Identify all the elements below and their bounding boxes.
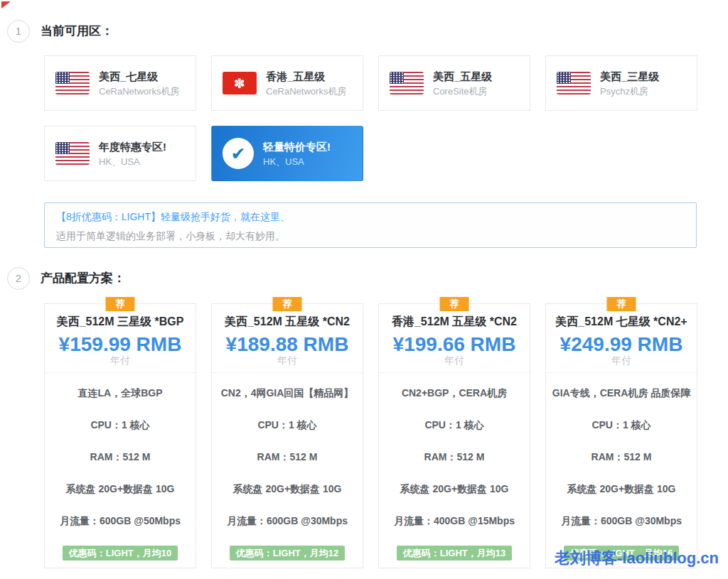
divider (546, 372, 697, 373)
region-subtitle: CeRaNetworks机房 (266, 86, 346, 97)
region-title: 轻量特价专区! (263, 141, 331, 153)
region-title: 年度特惠专区! (99, 141, 166, 153)
plan-card-us-west-3star-bgp: 荐 美西_512M 三星级 *BGP ¥159.99 RMB 年付 直连LA，全… (44, 303, 196, 568)
us-flag-icon (55, 72, 90, 94)
us-flag-icon (390, 72, 424, 94)
region-card-hk-5star[interactable]: 香港_五星级 CeRaNetworks机房 (211, 55, 363, 111)
plan-feature-list: CN2，4网GIA回国【精品网】 CPU：1 核心 RAM：512 M 系统盘 … (212, 377, 363, 537)
plan-price: ¥199.66 RMB (379, 334, 530, 355)
blog-watermark: 老刘博客-laoliublog.cn (555, 548, 719, 569)
step-number-2: 2 (7, 267, 30, 290)
plan-price: ¥249.99 RMB (546, 334, 697, 355)
plan-title: 香港_512M 五星级 *CN2 (382, 316, 527, 328)
plan-price: ¥189.88 RMB (212, 334, 363, 355)
section-title-product-plans: 产品配置方案： (41, 271, 125, 286)
plan-feature-list: CN2+BGP，CERA机房 CPU：1 核心 RAM：512 M 系统盘 20… (379, 377, 530, 537)
plan-feature: RAM：512 M (45, 441, 196, 473)
region-title: 美西_三星级 (600, 70, 659, 82)
region-info: 香港_五星级 CeRaNetworks机房 (266, 70, 346, 97)
plan-billing-cycle: 年付 (546, 355, 697, 365)
hk-flag-icon (223, 72, 257, 94)
coupon-notice-highlight: 【8折优惠码：LIGHT】轻量级抢手好货，就在这里、 (56, 210, 685, 223)
section-title-available-zones: 当前可用区： (41, 24, 113, 38)
region-info: 美西_七星级 CeRaNetworks机房 (99, 70, 179, 97)
region-title: 香港_五星级 (266, 70, 346, 82)
divider (212, 372, 363, 373)
plan-feature-list: 直连LA，全球BGP CPU：1 核心 RAM：512 M 系统盘 20G+数据… (45, 377, 196, 537)
plan-feature: RAM：512 M (379, 441, 530, 473)
plan-feature: 系统盘 20G+数据盘 10G (212, 473, 363, 505)
recommend-badge: 荐 (440, 297, 469, 311)
region-card-grid: 美西_七星级 CeRaNetworks机房 香港_五星级 CeRaNetwork… (44, 55, 697, 181)
plan-feature: 月流量：600GB @30Mbps (212, 505, 363, 537)
coupon-notice-description: 适用于简单逻辑的业务部署，小身板，却大有妙用。 (56, 229, 685, 242)
region-subtitle: HK、USA (99, 156, 166, 167)
us-flag-icon (557, 72, 591, 94)
region-subtitle: CeRaNetworks机房 (99, 86, 179, 97)
plan-billing-cycle: 年付 (45, 355, 196, 365)
plan-feature: CPU：1 核心 (546, 409, 697, 441)
plan-feature: 系统盘 20G+数据盘 10G (546, 473, 697, 505)
us-flag-icon (55, 142, 90, 165)
region-card-us-west-7star[interactable]: 美西_七星级 CeRaNetworks机房 (44, 55, 196, 111)
coupon-notice-box: 【8折优惠码：LIGHT】轻量级抢手好货，就在这里、 适用于简单逻辑的业务部署，… (44, 202, 697, 248)
plan-title: 美西_512M 五星级 *CN2 (215, 316, 360, 328)
region-info: 美西_五星级 CoreSite机房 (433, 70, 492, 97)
plan-feature: CPU：1 核心 (379, 409, 530, 441)
region-card-us-west-5star[interactable]: 美西_五星级 CoreSite机房 (378, 55, 530, 111)
region-card-annual-special[interactable]: 年度特惠专区! HK、USA (44, 126, 196, 181)
plan-title: 美西_512M 三星级 *BGP (48, 316, 193, 328)
region-info: 美西_三星级 Psychz机房 (600, 70, 659, 97)
region-info: 轻量特价专区! HK、USA (263, 141, 331, 167)
plan-feature: 月流量：400GB @15Mbps (379, 505, 530, 537)
pricing-page: 1 当前可用区： 美西_七星级 CeRaNetworks机房 香港_五星级 Ce… (0, 0, 728, 579)
plan-feature: 系统盘 20G+数据盘 10G (379, 473, 530, 505)
region-subtitle: HK、USA (263, 156, 331, 167)
plan-feature: CPU：1 核心 (45, 409, 196, 441)
plan-feature-list: GIA专线，CERA机房 品质保障 CPU：1 核心 RAM：512 M 系统盘… (546, 377, 697, 537)
plan-feature: RAM：512 M (212, 441, 363, 473)
divider (379, 372, 530, 373)
coupon-code-badge: 优惠码：LIGHT，月均13 (397, 546, 512, 561)
divider (45, 372, 196, 373)
plan-feature: 系统盘 20G+数据盘 10G (45, 473, 196, 505)
plan-feature: CPU：1 核心 (212, 409, 363, 441)
plan-feature: 月流量：600GB @50Mbps (45, 505, 196, 537)
coupon-code-badge: 优惠码：LIGHT，月均10 (63, 546, 178, 561)
plan-feature: 直连LA，全球BGP (45, 377, 196, 409)
coupon-code-badge: 优惠码：LIGHT，月均12 (230, 546, 345, 561)
plan-feature: RAM：512 M (546, 441, 697, 473)
plan-card-hk-5star-cn2: 荐 香港_512M 五星级 *CN2 ¥199.66 RMB 年付 CN2+BG… (378, 303, 530, 568)
plan-card-us-west-5star-cn2: 荐 美西_512M 五星级 *CN2 ¥189.88 RMB 年付 CN2，4网… (211, 303, 363, 568)
corner-red-mark-icon (1, 1, 11, 9)
recommend-badge: 荐 (273, 297, 302, 311)
check-icon (223, 138, 254, 169)
plan-billing-cycle: 年付 (379, 355, 530, 365)
region-card-us-west-3star[interactable]: 美西_三星级 Psychz机房 (545, 55, 697, 111)
recommend-badge: 荐 (106, 297, 135, 311)
plan-price: ¥159.99 RMB (45, 334, 196, 355)
plan-card-grid: 荐 美西_512M 三星级 *BGP ¥159.99 RMB 年付 直连LA，全… (44, 303, 697, 568)
region-subtitle: Psychz机房 (600, 86, 659, 97)
region-title: 美西_七星级 (99, 70, 179, 82)
plan-feature: 月流量：600GB @30Mbps (546, 505, 697, 537)
region-card-light-special-selected[interactable]: 轻量特价专区! HK、USA (211, 126, 363, 181)
plan-card-us-west-7star-cn2plus: 荐 美西_512M 七星级 *CN2+ ¥249.99 RMB 年付 GIA专线… (545, 303, 697, 568)
plan-feature: CN2+BGP，CERA机房 (379, 377, 530, 409)
plan-feature: GIA专线，CERA机房 品质保障 (546, 377, 697, 409)
recommend-badge: 荐 (607, 297, 636, 311)
plan-title: 美西_512M 七星级 *CN2+ (549, 316, 694, 328)
step-number-1: 1 (7, 20, 30, 43)
region-subtitle: CoreSite机房 (433, 86, 492, 97)
plan-feature: CN2，4网GIA回国【精品网】 (212, 377, 363, 409)
region-title: 美西_五星级 (433, 70, 492, 82)
region-info: 年度特惠专区! HK、USA (99, 141, 166, 167)
plan-billing-cycle: 年付 (212, 355, 363, 365)
